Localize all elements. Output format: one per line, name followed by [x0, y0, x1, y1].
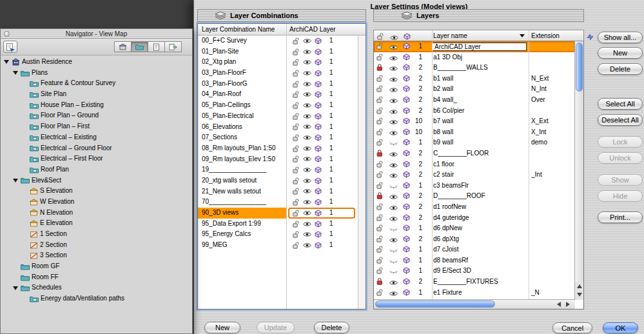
eye-open-icon[interactable] [303, 231, 311, 237]
eye-open-icon[interactable] [389, 291, 398, 297]
layer-combination-row[interactable]: 08_Rm layouts_Plan 1:501 [198, 143, 366, 154]
lock-open-icon[interactable] [376, 267, 384, 274]
view-map-item[interactable]: Electrical – Ground Floor [1, 143, 192, 154]
scroll-right-arrow[interactable] [566, 302, 570, 307]
layer-row[interactable]: 1ArchiCAD Layer [374, 41, 575, 52]
solid-3d-icon[interactable] [315, 155, 322, 162]
show-all-button[interactable]: Show all... [598, 32, 643, 43]
solid-3d-icon[interactable] [315, 242, 322, 249]
combinations-scrollbar[interactable] [358, 35, 366, 309]
layer-row[interactable]: 2b2 wallN_Int [374, 84, 575, 95]
view-map-item[interactable]: 3 Section [1, 250, 192, 261]
lock-open-icon[interactable] [376, 43, 384, 50]
lock-open-icon[interactable] [376, 139, 384, 146]
view-map-item[interactable]: Roof Plan [1, 164, 192, 175]
solid-3d-icon[interactable] [403, 214, 410, 221]
layer-combination-row[interactable]: 00_F+C Survey1 [198, 35, 366, 46]
disclosure-triangle[interactable] [13, 286, 18, 290]
view-map-item[interactable]: Electrical – First Floor [1, 153, 192, 164]
solid-3d-icon[interactable] [403, 257, 410, 264]
layer-combination-row[interactable]: 03_Plan-FloorF1 [198, 68, 366, 79]
lock-open-icon[interactable] [293, 113, 300, 120]
project-chooser-button[interactable] [3, 41, 17, 53]
layer-row[interactable]: 1c3 beamsFlr [374, 181, 575, 192]
eye-closed-icon[interactable] [389, 259, 398, 264]
layer-row[interactable]: 2B________WALLS [374, 63, 575, 74]
lock-open-icon[interactable] [293, 155, 300, 162]
solid-3d-icon[interactable] [315, 166, 322, 173]
layer-combination-row[interactable]: 95_Data Export 1:991 [198, 219, 366, 230]
eye-open-icon[interactable] [389, 77, 398, 83]
vertical-scrollbar-arrows[interactable] [574, 282, 583, 300]
update-combination-button[interactable]: Update [257, 322, 295, 333]
view-map-item[interactable]: 1 Section [1, 229, 192, 240]
solid-3d-icon[interactable] [403, 182, 410, 189]
lock-open-icon[interactable] [293, 242, 300, 249]
lock-closed-icon[interactable] [376, 150, 383, 157]
lock-open-icon[interactable] [293, 199, 300, 206]
lock-open-icon[interactable] [293, 37, 300, 44]
lock-open-icon[interactable] [293, 166, 300, 173]
lock-open-icon[interactable] [376, 117, 384, 124]
solid-3d-icon[interactable] [315, 145, 322, 152]
eye-open-icon[interactable] [389, 152, 398, 157]
view-map-item[interactable]: Floor Plan – Ground [1, 110, 192, 121]
lock-open-icon[interactable] [376, 182, 384, 189]
new-combination-button[interactable]: New [204, 322, 240, 333]
solid-3d-icon[interactable] [315, 177, 322, 184]
view-map-item[interactable]: Room FF [1, 272, 192, 283]
eye-open-icon[interactable] [389, 87, 398, 93]
eye-open-icon[interactable] [303, 49, 311, 55]
view-map-item[interactable]: W Elevation [1, 197, 192, 208]
lock-open-icon[interactable] [376, 75, 384, 82]
deselect-all-button[interactable]: Deselect All [598, 114, 643, 126]
cancel-button[interactable]: Cancel [552, 322, 592, 333]
layer-row[interactable]: 2D________ROOF [374, 191, 575, 202]
eye-open-icon[interactable] [389, 194, 398, 200]
lock-open-icon[interactable] [293, 231, 300, 238]
layer-combination-row[interactable]: 19________________1 [198, 164, 366, 175]
eye-open-icon[interactable] [389, 162, 398, 168]
layout-book-button[interactable] [148, 41, 165, 52]
solid-3d-icon[interactable] [315, 113, 322, 120]
lock-closed-icon[interactable] [376, 64, 383, 71]
navigator-titlebar[interactable]: Navigator - View Map [1, 29, 192, 39]
eye-open-icon[interactable] [303, 124, 311, 130]
close-button[interactable] [4, 31, 10, 37]
solid-3d-icon[interactable] [403, 107, 410, 114]
view-map-item[interactable]: Austin Residence [1, 57, 192, 68]
eye-open-icon[interactable] [303, 38, 311, 44]
layer-row[interactable]: 2E________FIXTURES [374, 277, 575, 288]
lock-open-icon[interactable] [376, 257, 384, 264]
eye-open-icon[interactable] [303, 178, 311, 184]
view-map-item[interactable]: Plans [1, 68, 192, 79]
view-map-item[interactable]: Floor Plan – First [1, 121, 192, 132]
solid-3d-icon[interactable] [403, 235, 410, 242]
solid-3d-icon[interactable] [403, 75, 410, 82]
solid-3d-icon[interactable] [315, 210, 322, 217]
layer-row[interactable]: 10b7 wallX_Ext [374, 116, 575, 127]
solid-3d-icon[interactable] [403, 43, 410, 50]
col-archicad-layer[interactable]: ArchiCAD Layer [289, 24, 336, 35]
layer-combination-row[interactable]: 70________________1 [198, 197, 366, 208]
horizontal-scrollbar[interactable] [374, 299, 575, 309]
solid-3d-icon[interactable] [403, 64, 410, 71]
solid-3d-icon[interactable] [315, 102, 322, 109]
solid-3d-icon[interactable] [403, 267, 410, 274]
delete-layer-button[interactable]: Delete [598, 63, 643, 75]
layer-row[interactable]: 2d6 dpXtg [374, 234, 575, 245]
eye-open-icon[interactable] [303, 156, 311, 162]
layer-row[interactable]: 2b1 wallN_Ext [374, 74, 575, 84]
col-layer-name[interactable]: Layer name [433, 30, 467, 41]
solid-3d-icon[interactable] [315, 188, 322, 195]
print-button[interactable]: Print... [598, 211, 643, 223]
select-all-button[interactable]: Select All [598, 98, 643, 110]
eye-open-icon[interactable] [303, 167, 311, 173]
eye-open-icon[interactable] [389, 280, 398, 286]
lock-open-icon[interactable] [293, 123, 300, 130]
layer-row[interactable]: 1d9 E/Sect 3D [374, 266, 575, 277]
eye-open-icon[interactable] [303, 135, 311, 141]
layer-combination-row[interactable]: 09_Rm layouts_Elev 1:501 [198, 154, 366, 165]
lock-open-icon[interactable] [376, 224, 384, 231]
solid-3d-icon[interactable] [315, 199, 322, 206]
